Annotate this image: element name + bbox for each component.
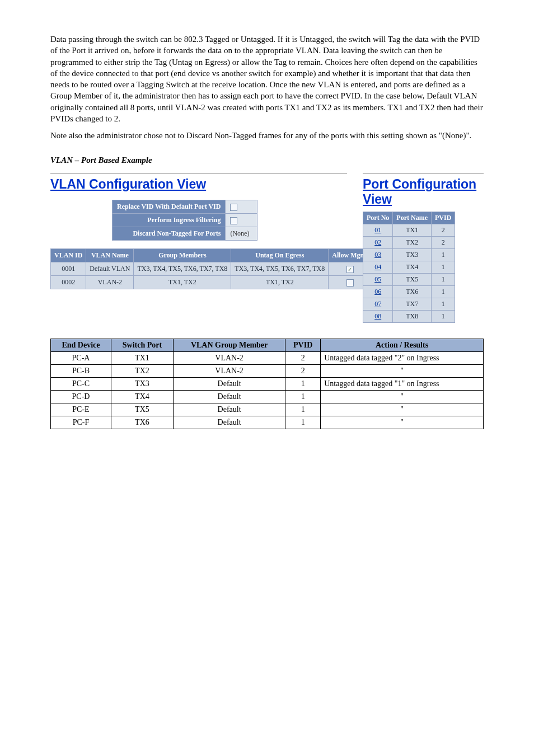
port-row: 01TX12 [363, 224, 455, 237]
col-group-members: Group Members [134, 249, 231, 262]
cell-untag: TX1, TX2 [231, 276, 329, 289]
port-link[interactable]: 02 [374, 238, 381, 246]
port-link[interactable]: 08 [374, 312, 381, 320]
port-row: 03TX31 [363, 249, 455, 261]
port-link[interactable]: 01 [374, 226, 381, 234]
opt-replace-vid-value[interactable] [226, 200, 257, 214]
cell-pvid: 1 [431, 274, 455, 286]
result-table: End Device Switch Port VLAN Group Member… [50, 339, 484, 429]
cell-vlan-name: Default VLAN [86, 262, 134, 276]
opt-discard-label: Discard Non-Tagged For Ports [113, 227, 226, 241]
vlan-row: 0001 Default VLAN TX3, TX4, TX5, TX6, TX… [51, 262, 372, 276]
col-vlan-name: VLAN Name [86, 249, 134, 262]
checkbox-icon: ✓ [346, 266, 354, 273]
cell-vlan-id: 0001 [51, 262, 86, 276]
port-link[interactable]: 05 [374, 275, 381, 283]
cell-pvid: 1 [431, 286, 455, 298]
cell-pvid: 1 [431, 298, 455, 311]
cell-untag: TX3, TX4, TX5, TX6, TX7, TX8 [231, 262, 329, 276]
intro-paragraph-1: Data passing through the switch can be 8… [50, 34, 484, 124]
result-row: PC-ETX5Default1" [51, 403, 484, 416]
cell-pvid: 1 [431, 311, 455, 323]
vlan-config-title: VLAN Configuration View [50, 173, 347, 193]
port-row: 07TX71 [363, 298, 455, 311]
result-row: PC-DTX4Default1" [51, 391, 484, 403]
port-link[interactable]: 06 [374, 288, 381, 295]
result-row: PC-ATX1VLAN-22Untagged data tagged "2" o… [51, 352, 484, 365]
cell-port-name: TX1 [393, 224, 432, 237]
port-row: 02TX22 [363, 237, 455, 249]
cell-port-name: TX3 [393, 249, 432, 261]
checkbox-icon [230, 204, 237, 211]
port-row: 04TX41 [363, 261, 455, 274]
cell-port-name: TX8 [393, 311, 432, 323]
col-action: Action / Results [321, 339, 484, 352]
cell-port-name: TX2 [393, 237, 432, 249]
opt-ingress-label: Perform Ingress Filtering [113, 214, 226, 227]
vlan-options-table: Replace VID With Default Port VID Perfor… [112, 200, 257, 241]
cell-port-name: TX5 [393, 274, 432, 286]
cell-vlan-id: 0002 [51, 276, 86, 289]
port-row: 06TX61 [363, 286, 455, 298]
checkbox-icon [230, 217, 237, 224]
opt-ingress-value[interactable] [226, 214, 257, 227]
cell-vlan-name: VLAN-2 [86, 276, 134, 289]
cell-pvid: 2 [431, 224, 455, 237]
col-port: Switch Port [111, 339, 173, 352]
port-row: 05TX51 [363, 274, 455, 286]
section-heading: VLAN – Port Based Example [50, 156, 484, 165]
port-link[interactable]: 03 [374, 251, 381, 259]
vlan-table: VLAN ID VLAN Name Group Members Untag On… [50, 248, 372, 289]
port-config-title: Port Configuration View [363, 173, 484, 208]
result-row: PC-CTX3Default1Untagged data tagged "1" … [51, 378, 484, 391]
port-row: 08TX81 [363, 311, 455, 323]
col-untag: Untag On Egress [231, 249, 329, 262]
cell-port-name: TX7 [393, 298, 432, 311]
cell-port-name: TX4 [393, 261, 432, 274]
opt-discard-value: (None) [226, 227, 257, 241]
result-row: PC-FTX6Default1" [51, 416, 484, 429]
intro-paragraph-2: Note also the administrator chose not to… [50, 130, 484, 141]
cell-port-name: TX6 [393, 286, 432, 298]
opt-replace-vid-label: Replace VID With Default Port VID [113, 200, 226, 214]
cell-pvid: 2 [431, 237, 455, 249]
cell-members: TX3, TX4, TX5, TX6, TX7, TX8 [134, 262, 231, 276]
checkbox-icon [346, 279, 354, 287]
cell-pvid: 1 [431, 249, 455, 261]
col-pvid: PVID [431, 212, 455, 224]
vlan-row: 0002 VLAN-2 TX1, TX2 TX1, TX2 [51, 276, 372, 289]
cell-pvid: 1 [431, 261, 455, 274]
port-table: Port No Port Name PVID 01TX12 02TX22 03T… [363, 212, 455, 323]
port-link[interactable]: 04 [374, 263, 381, 271]
col-port-no: Port No [363, 212, 393, 224]
col-vlan-id: VLAN ID [51, 249, 86, 262]
result-row: PC-BTX2VLAN-22" [51, 365, 484, 378]
port-link[interactable]: 07 [374, 300, 381, 308]
col-port-name: Port Name [393, 212, 432, 224]
col-member: VLAN Group Member [173, 339, 285, 352]
col-device: End Device [51, 339, 111, 352]
col-pvid2: PVID [285, 339, 321, 352]
cell-members: TX1, TX2 [134, 276, 231, 289]
